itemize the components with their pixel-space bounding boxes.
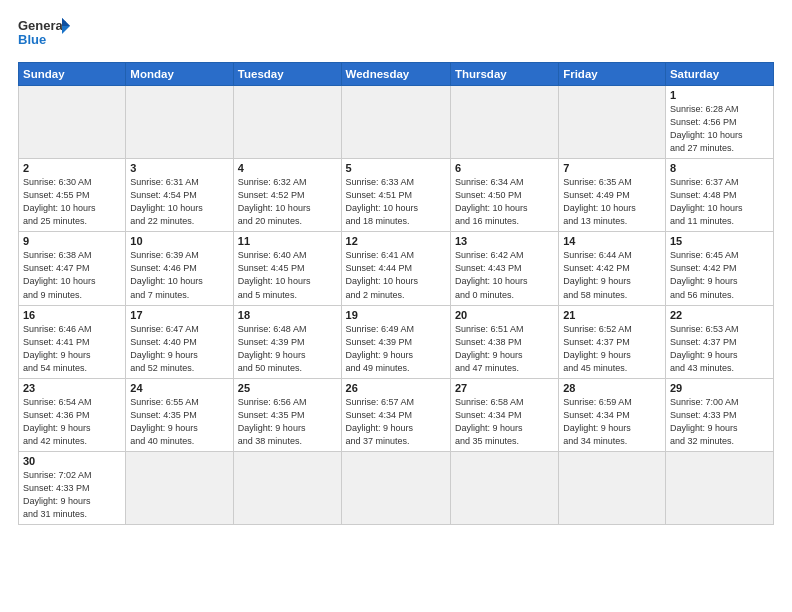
calendar-cell: [341, 451, 450, 524]
day-info: Sunrise: 6:42 AM Sunset: 4:43 PM Dayligh…: [455, 249, 554, 301]
week-row-6: 30Sunrise: 7:02 AM Sunset: 4:33 PM Dayli…: [19, 451, 774, 524]
calendar-cell: [233, 86, 341, 159]
day-info: Sunrise: 6:53 AM Sunset: 4:37 PM Dayligh…: [670, 323, 769, 375]
calendar-cell: [559, 451, 666, 524]
day-number: 5: [346, 162, 446, 174]
day-info: Sunrise: 6:38 AM Sunset: 4:47 PM Dayligh…: [23, 249, 121, 301]
calendar-cell: 28Sunrise: 6:59 AM Sunset: 4:34 PM Dayli…: [559, 378, 666, 451]
calendar-cell: 14Sunrise: 6:44 AM Sunset: 4:42 PM Dayli…: [559, 232, 666, 305]
day-info: Sunrise: 6:28 AM Sunset: 4:56 PM Dayligh…: [670, 103, 769, 155]
day-number: 14: [563, 235, 661, 247]
weekday-header-sunday: Sunday: [19, 63, 126, 86]
day-number: 7: [563, 162, 661, 174]
day-info: Sunrise: 6:51 AM Sunset: 4:38 PM Dayligh…: [455, 323, 554, 375]
day-number: 19: [346, 309, 446, 321]
day-number: 2: [23, 162, 121, 174]
day-info: Sunrise: 6:48 AM Sunset: 4:39 PM Dayligh…: [238, 323, 337, 375]
day-number: 29: [670, 382, 769, 394]
calendar-cell: 12Sunrise: 6:41 AM Sunset: 4:44 PM Dayli…: [341, 232, 450, 305]
calendar-cell: 13Sunrise: 6:42 AM Sunset: 4:43 PM Dayli…: [450, 232, 558, 305]
day-info: Sunrise: 6:40 AM Sunset: 4:45 PM Dayligh…: [238, 249, 337, 301]
calendar-cell: 1Sunrise: 6:28 AM Sunset: 4:56 PM Daylig…: [665, 86, 773, 159]
weekday-header-wednesday: Wednesday: [341, 63, 450, 86]
calendar-cell: 16Sunrise: 6:46 AM Sunset: 4:41 PM Dayli…: [19, 305, 126, 378]
svg-text:General: General: [18, 18, 66, 33]
calendar-cell: 27Sunrise: 6:58 AM Sunset: 4:34 PM Dayli…: [450, 378, 558, 451]
calendar-cell: 30Sunrise: 7:02 AM Sunset: 4:33 PM Dayli…: [19, 451, 126, 524]
day-number: 22: [670, 309, 769, 321]
logo-svg: General Blue: [18, 16, 70, 52]
day-info: Sunrise: 6:37 AM Sunset: 4:48 PM Dayligh…: [670, 176, 769, 228]
day-number: 4: [238, 162, 337, 174]
calendar-cell: [126, 451, 234, 524]
weekday-header-row: SundayMondayTuesdayWednesdayThursdayFrid…: [19, 63, 774, 86]
weekday-header-friday: Friday: [559, 63, 666, 86]
calendar-cell: 7Sunrise: 6:35 AM Sunset: 4:49 PM Daylig…: [559, 159, 666, 232]
day-info: Sunrise: 6:35 AM Sunset: 4:49 PM Dayligh…: [563, 176, 661, 228]
calendar-cell: 25Sunrise: 6:56 AM Sunset: 4:35 PM Dayli…: [233, 378, 341, 451]
day-info: Sunrise: 6:41 AM Sunset: 4:44 PM Dayligh…: [346, 249, 446, 301]
calendar-cell: 22Sunrise: 6:53 AM Sunset: 4:37 PM Dayli…: [665, 305, 773, 378]
day-info: Sunrise: 6:45 AM Sunset: 4:42 PM Dayligh…: [670, 249, 769, 301]
header: General Blue: [18, 16, 774, 52]
calendar-cell: [19, 86, 126, 159]
calendar-cell: 21Sunrise: 6:52 AM Sunset: 4:37 PM Dayli…: [559, 305, 666, 378]
day-info: Sunrise: 6:54 AM Sunset: 4:36 PM Dayligh…: [23, 396, 121, 448]
day-number: 17: [130, 309, 229, 321]
calendar-cell: [126, 86, 234, 159]
page: General Blue SundayMondayTuesdayWednesda…: [0, 0, 792, 612]
calendar-table: SundayMondayTuesdayWednesdayThursdayFrid…: [18, 62, 774, 525]
calendar-cell: 8Sunrise: 6:37 AM Sunset: 4:48 PM Daylig…: [665, 159, 773, 232]
calendar-cell: 15Sunrise: 6:45 AM Sunset: 4:42 PM Dayli…: [665, 232, 773, 305]
day-info: Sunrise: 6:44 AM Sunset: 4:42 PM Dayligh…: [563, 249, 661, 301]
calendar-cell: 23Sunrise: 6:54 AM Sunset: 4:36 PM Dayli…: [19, 378, 126, 451]
calendar-cell: [665, 451, 773, 524]
day-number: 15: [670, 235, 769, 247]
day-number: 10: [130, 235, 229, 247]
weekday-header-thursday: Thursday: [450, 63, 558, 86]
day-info: Sunrise: 6:30 AM Sunset: 4:55 PM Dayligh…: [23, 176, 121, 228]
day-info: Sunrise: 6:39 AM Sunset: 4:46 PM Dayligh…: [130, 249, 229, 301]
day-info: Sunrise: 6:52 AM Sunset: 4:37 PM Dayligh…: [563, 323, 661, 375]
day-number: 3: [130, 162, 229, 174]
day-number: 23: [23, 382, 121, 394]
week-row-1: 1Sunrise: 6:28 AM Sunset: 4:56 PM Daylig…: [19, 86, 774, 159]
calendar-cell: 11Sunrise: 6:40 AM Sunset: 4:45 PM Dayli…: [233, 232, 341, 305]
calendar-cell: 5Sunrise: 6:33 AM Sunset: 4:51 PM Daylig…: [341, 159, 450, 232]
calendar-cell: [450, 86, 558, 159]
day-info: Sunrise: 6:56 AM Sunset: 4:35 PM Dayligh…: [238, 396, 337, 448]
day-number: 16: [23, 309, 121, 321]
day-info: Sunrise: 6:31 AM Sunset: 4:54 PM Dayligh…: [130, 176, 229, 228]
day-info: Sunrise: 6:32 AM Sunset: 4:52 PM Dayligh…: [238, 176, 337, 228]
day-number: 18: [238, 309, 337, 321]
day-info: Sunrise: 6:59 AM Sunset: 4:34 PM Dayligh…: [563, 396, 661, 448]
weekday-header-saturday: Saturday: [665, 63, 773, 86]
week-row-2: 2Sunrise: 6:30 AM Sunset: 4:55 PM Daylig…: [19, 159, 774, 232]
day-number: 30: [23, 455, 121, 467]
calendar-cell: 4Sunrise: 6:32 AM Sunset: 4:52 PM Daylig…: [233, 159, 341, 232]
day-number: 9: [23, 235, 121, 247]
week-row-3: 9Sunrise: 6:38 AM Sunset: 4:47 PM Daylig…: [19, 232, 774, 305]
day-number: 12: [346, 235, 446, 247]
day-number: 11: [238, 235, 337, 247]
day-info: Sunrise: 6:47 AM Sunset: 4:40 PM Dayligh…: [130, 323, 229, 375]
week-row-5: 23Sunrise: 6:54 AM Sunset: 4:36 PM Dayli…: [19, 378, 774, 451]
day-number: 20: [455, 309, 554, 321]
day-number: 27: [455, 382, 554, 394]
calendar-cell: 9Sunrise: 6:38 AM Sunset: 4:47 PM Daylig…: [19, 232, 126, 305]
day-info: Sunrise: 6:58 AM Sunset: 4:34 PM Dayligh…: [455, 396, 554, 448]
day-number: 24: [130, 382, 229, 394]
day-info: Sunrise: 6:49 AM Sunset: 4:39 PM Dayligh…: [346, 323, 446, 375]
calendar-cell: 2Sunrise: 6:30 AM Sunset: 4:55 PM Daylig…: [19, 159, 126, 232]
day-info: Sunrise: 6:34 AM Sunset: 4:50 PM Dayligh…: [455, 176, 554, 228]
calendar-cell: 26Sunrise: 6:57 AM Sunset: 4:34 PM Dayli…: [341, 378, 450, 451]
calendar-cell: 17Sunrise: 6:47 AM Sunset: 4:40 PM Dayli…: [126, 305, 234, 378]
calendar-cell: [559, 86, 666, 159]
day-info: Sunrise: 7:00 AM Sunset: 4:33 PM Dayligh…: [670, 396, 769, 448]
calendar-cell: [233, 451, 341, 524]
day-info: Sunrise: 6:55 AM Sunset: 4:35 PM Dayligh…: [130, 396, 229, 448]
day-info: Sunrise: 6:33 AM Sunset: 4:51 PM Dayligh…: [346, 176, 446, 228]
week-row-4: 16Sunrise: 6:46 AM Sunset: 4:41 PM Dayli…: [19, 305, 774, 378]
calendar-cell: 18Sunrise: 6:48 AM Sunset: 4:39 PM Dayli…: [233, 305, 341, 378]
calendar-cell: 6Sunrise: 6:34 AM Sunset: 4:50 PM Daylig…: [450, 159, 558, 232]
